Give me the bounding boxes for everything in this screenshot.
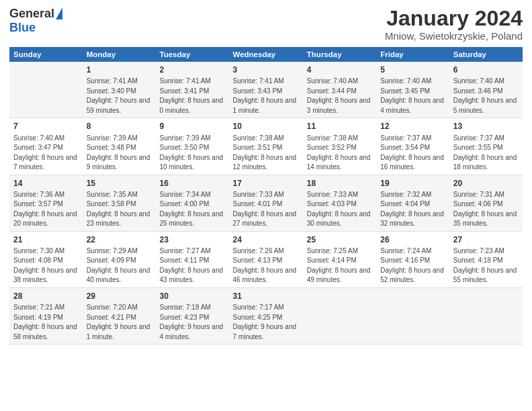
table-cell: 31Sunrise: 7:17 AMSunset: 4:25 PMDayligh… bbox=[229, 287, 303, 344]
day-info: Sunrise: 7:32 AMSunset: 4:04 PMDaylight:… bbox=[380, 191, 444, 228]
day-info: Sunrise: 7:17 AMSunset: 4:25 PMDaylight:… bbox=[233, 304, 297, 340]
table-cell: 13Sunrise: 7:37 AMSunset: 3:55 PMDayligh… bbox=[449, 118, 523, 175]
day-info: Sunrise: 7:40 AMSunset: 3:46 PMDaylight:… bbox=[453, 77, 517, 114]
table-cell: 15Sunrise: 7:35 AMSunset: 3:58 PMDayligh… bbox=[83, 175, 156, 231]
day-number: 9 bbox=[160, 121, 225, 132]
table-cell: 8Sunrise: 7:39 AMSunset: 3:48 PMDaylight… bbox=[83, 118, 156, 175]
col-friday: Friday bbox=[376, 47, 449, 62]
day-number: 6 bbox=[453, 64, 519, 75]
table-cell: 9Sunrise: 7:39 AMSunset: 3:50 PMDaylight… bbox=[156, 118, 229, 175]
day-number: 2 bbox=[160, 64, 225, 75]
day-number: 13 bbox=[453, 121, 519, 132]
calendar-table: Sunday Monday Tuesday Wednesday Thursday… bbox=[9, 47, 523, 345]
day-info: Sunrise: 7:31 AMSunset: 4:06 PMDaylight:… bbox=[453, 191, 517, 228]
day-number: 24 bbox=[233, 234, 299, 245]
calendar-title: January 2024 bbox=[385, 7, 523, 30]
day-info: Sunrise: 7:40 AMSunset: 3:47 PMDaylight:… bbox=[13, 134, 77, 171]
table-cell: 21Sunrise: 7:30 AMSunset: 4:08 PMDayligh… bbox=[9, 231, 83, 287]
day-number: 31 bbox=[233, 291, 299, 302]
day-info: Sunrise: 7:26 AMSunset: 4:13 PMDaylight:… bbox=[233, 247, 297, 284]
day-number: 8 bbox=[87, 121, 152, 132]
col-saturday: Saturday bbox=[449, 47, 523, 62]
table-cell: 25Sunrise: 7:25 AMSunset: 4:14 PMDayligh… bbox=[303, 231, 376, 287]
day-number: 25 bbox=[307, 234, 372, 245]
day-number: 17 bbox=[233, 178, 299, 189]
day-info: Sunrise: 7:30 AMSunset: 4:08 PMDaylight:… bbox=[13, 247, 77, 284]
day-number: 4 bbox=[307, 64, 372, 75]
logo-icon bbox=[56, 7, 62, 19]
week-row-2: 7Sunrise: 7:40 AMSunset: 3:47 PMDaylight… bbox=[9, 118, 523, 175]
day-number: 27 bbox=[453, 234, 519, 245]
day-info: Sunrise: 7:23 AMSunset: 4:18 PMDaylight:… bbox=[453, 247, 517, 284]
table-cell: 23Sunrise: 7:27 AMSunset: 4:11 PMDayligh… bbox=[156, 231, 229, 287]
day-number: 23 bbox=[160, 234, 225, 245]
table-cell: 3Sunrise: 7:41 AMSunset: 3:43 PMDaylight… bbox=[229, 62, 303, 118]
table-cell bbox=[376, 287, 449, 344]
table-cell: 29Sunrise: 7:20 AMSunset: 4:21 PMDayligh… bbox=[83, 287, 156, 344]
col-thursday: Thursday bbox=[303, 47, 376, 62]
logo-text: General bbox=[9, 7, 62, 21]
day-number: 19 bbox=[380, 178, 445, 189]
table-cell: 26Sunrise: 7:24 AMSunset: 4:16 PMDayligh… bbox=[376, 231, 449, 287]
day-number: 30 bbox=[160, 291, 225, 302]
header-row: Sunday Monday Tuesday Wednesday Thursday… bbox=[9, 47, 523, 62]
day-info: Sunrise: 7:38 AMSunset: 3:52 PMDaylight:… bbox=[307, 134, 371, 171]
table-cell: 18Sunrise: 7:33 AMSunset: 4:03 PMDayligh… bbox=[303, 175, 376, 231]
day-number: 10 bbox=[233, 121, 299, 132]
day-info: Sunrise: 7:39 AMSunset: 3:48 PMDaylight:… bbox=[87, 134, 150, 171]
table-cell: 1Sunrise: 7:41 AMSunset: 3:40 PMDaylight… bbox=[83, 62, 156, 118]
logo-general: General bbox=[9, 7, 54, 21]
day-info: Sunrise: 7:25 AMSunset: 4:14 PMDaylight:… bbox=[307, 247, 371, 284]
day-info: Sunrise: 7:27 AMSunset: 4:11 PMDaylight:… bbox=[160, 247, 224, 284]
day-info: Sunrise: 7:24 AMSunset: 4:16 PMDaylight:… bbox=[380, 247, 444, 284]
week-row-1: 1Sunrise: 7:41 AMSunset: 3:40 PMDaylight… bbox=[9, 62, 523, 118]
day-number: 3 bbox=[233, 64, 299, 75]
day-info: Sunrise: 7:37 AMSunset: 3:55 PMDaylight:… bbox=[453, 134, 517, 171]
day-number: 20 bbox=[453, 178, 519, 189]
logo-blue: Blue bbox=[9, 21, 36, 35]
col-tuesday: Tuesday bbox=[156, 47, 229, 62]
day-info: Sunrise: 7:40 AMSunset: 3:45 PMDaylight:… bbox=[380, 77, 444, 114]
day-number: 15 bbox=[87, 178, 152, 189]
day-number: 5 bbox=[380, 64, 445, 75]
day-number: 18 bbox=[307, 178, 372, 189]
day-number: 14 bbox=[13, 178, 79, 189]
day-info: Sunrise: 7:41 AMSunset: 3:41 PMDaylight:… bbox=[160, 77, 224, 114]
table-cell: 5Sunrise: 7:40 AMSunset: 3:45 PMDaylight… bbox=[376, 62, 449, 118]
day-info: Sunrise: 7:35 AMSunset: 3:58 PMDaylight:… bbox=[87, 191, 150, 228]
table-cell: 7Sunrise: 7:40 AMSunset: 3:47 PMDaylight… bbox=[9, 118, 83, 175]
day-number: 7 bbox=[13, 121, 79, 132]
day-info: Sunrise: 7:29 AMSunset: 4:09 PMDaylight:… bbox=[87, 247, 150, 284]
table-cell: 27Sunrise: 7:23 AMSunset: 4:18 PMDayligh… bbox=[449, 231, 523, 287]
day-info: Sunrise: 7:18 AMSunset: 4:23 PMDaylight:… bbox=[160, 304, 224, 340]
calendar-subtitle: Mniow, Swietokrzyskie, Poland bbox=[385, 30, 523, 42]
table-cell: 19Sunrise: 7:32 AMSunset: 4:04 PMDayligh… bbox=[376, 175, 449, 231]
table-cell: 6Sunrise: 7:40 AMSunset: 3:46 PMDaylight… bbox=[449, 62, 523, 118]
day-info: Sunrise: 7:41 AMSunset: 3:40 PMDaylight:… bbox=[87, 77, 150, 114]
day-info: Sunrise: 7:21 AMSunset: 4:19 PMDaylight:… bbox=[13, 304, 77, 340]
day-number: 1 bbox=[87, 64, 152, 75]
day-info: Sunrise: 7:36 AMSunset: 3:57 PMDaylight:… bbox=[13, 191, 77, 228]
table-cell bbox=[9, 62, 83, 118]
day-number: 28 bbox=[13, 291, 79, 302]
day-number: 16 bbox=[160, 178, 225, 189]
table-cell: 28Sunrise: 7:21 AMSunset: 4:19 PMDayligh… bbox=[9, 287, 83, 344]
col-wednesday: Wednesday bbox=[229, 47, 303, 62]
table-cell: 2Sunrise: 7:41 AMSunset: 3:41 PMDaylight… bbox=[156, 62, 229, 118]
table-cell: 20Sunrise: 7:31 AMSunset: 4:06 PMDayligh… bbox=[449, 175, 523, 231]
page: General Blue January 2024 Mniow, Swietok… bbox=[0, 0, 532, 411]
table-cell: 17Sunrise: 7:33 AMSunset: 4:01 PMDayligh… bbox=[229, 175, 303, 231]
day-info: Sunrise: 7:33 AMSunset: 4:01 PMDaylight:… bbox=[233, 191, 297, 228]
day-number: 29 bbox=[87, 291, 152, 302]
table-cell: 14Sunrise: 7:36 AMSunset: 3:57 PMDayligh… bbox=[9, 175, 83, 231]
table-cell: 12Sunrise: 7:37 AMSunset: 3:54 PMDayligh… bbox=[376, 118, 449, 175]
day-info: Sunrise: 7:39 AMSunset: 3:50 PMDaylight:… bbox=[160, 134, 224, 171]
table-cell: 4Sunrise: 7:40 AMSunset: 3:44 PMDaylight… bbox=[303, 62, 376, 118]
table-cell: 10Sunrise: 7:38 AMSunset: 3:51 PMDayligh… bbox=[229, 118, 303, 175]
day-info: Sunrise: 7:37 AMSunset: 3:54 PMDaylight:… bbox=[380, 134, 444, 171]
day-number: 22 bbox=[87, 234, 152, 245]
week-row-3: 14Sunrise: 7:36 AMSunset: 3:57 PMDayligh… bbox=[9, 175, 523, 231]
day-number: 26 bbox=[380, 234, 445, 245]
table-cell: 22Sunrise: 7:29 AMSunset: 4:09 PMDayligh… bbox=[83, 231, 156, 287]
day-number: 12 bbox=[380, 121, 445, 132]
